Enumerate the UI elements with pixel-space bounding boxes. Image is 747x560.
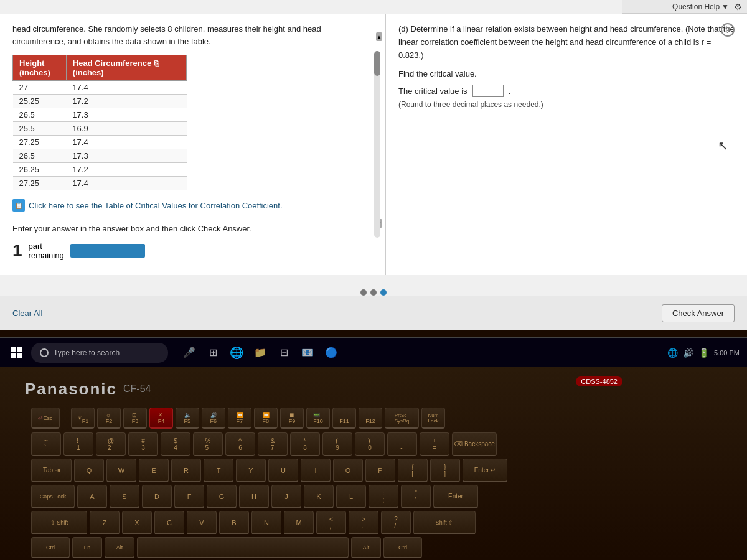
key-z[interactable]: Z [90, 511, 120, 534]
scroll-up-arrow[interactable]: ▲ [376, 32, 382, 41]
key-1[interactable]: !1 [63, 432, 93, 456]
key-g[interactable]: G [207, 485, 237, 508]
key-i[interactable]: I [301, 459, 331, 482]
key-w[interactable]: W [106, 459, 136, 482]
table-row: 25.2517.2 [13, 95, 187, 108]
key-enter-2[interactable]: Enter [433, 485, 478, 508]
key-backspace[interactable]: ⌫ Backspace [452, 432, 497, 456]
windows-logo [11, 347, 22, 358]
chrome-icon[interactable]: 🔵 [321, 343, 341, 363]
key-9[interactable]: (9 [322, 432, 352, 456]
key-alt-left[interactable]: Alt [105, 537, 134, 558]
key-q[interactable]: Q [74, 459, 104, 482]
key-alt-right[interactable]: Alt [351, 537, 381, 558]
head-cell: 17.4 [66, 177, 186, 190]
key-ctrl-left[interactable]: Ctrl [31, 537, 70, 558]
table-icon: 📋 [12, 199, 25, 212]
copy-icon[interactable]: ⎘ [154, 59, 159, 68]
key-f3[interactable]: ⊡F3 [123, 408, 147, 429]
key-f8[interactable]: ⏩F8 [254, 408, 278, 429]
key-space[interactable] [137, 537, 349, 558]
key-a[interactable]: A [77, 485, 107, 508]
key-o[interactable]: O [333, 459, 363, 482]
key-shift-left[interactable]: ⇧ Shift [31, 511, 87, 534]
gear-icon[interactable]: ⚙ [734, 2, 742, 12]
key-d[interactable]: D [142, 485, 172, 508]
key-f5[interactable]: 🔈F5 [176, 408, 199, 429]
key-tilde[interactable]: ~` [31, 432, 61, 456]
key-u[interactable]: U [268, 459, 298, 482]
key-f9[interactable]: ⏹F9 [280, 408, 304, 429]
key-f6[interactable]: 🔊F6 [202, 408, 225, 429]
key-r[interactable]: R [171, 459, 201, 482]
key-tab[interactable]: Tab ⇥ [31, 459, 72, 482]
key-b[interactable]: B [219, 511, 249, 534]
key-equals[interactable]: += [420, 432, 449, 456]
key-shift-right[interactable]: Shift ⇧ [413, 511, 476, 534]
key-f11[interactable]: F11 [332, 408, 356, 429]
key-quote[interactable]: "' [401, 485, 431, 508]
key-period[interactable]: >. [349, 511, 378, 534]
key-s[interactable]: S [110, 485, 139, 508]
key-c[interactable]: C [154, 511, 184, 534]
key-5[interactable]: %5 [193, 432, 223, 456]
key-h[interactable]: H [239, 485, 269, 508]
critical-value-input[interactable] [472, 85, 504, 97]
key-minus[interactable]: _- [387, 432, 417, 456]
dots-row [360, 289, 387, 296]
key-8[interactable]: *8 [290, 432, 320, 456]
key-semicolon[interactable]: :; [369, 485, 398, 508]
col-head-circ-header: Head Circumference ⎘ (inches) [66, 55, 186, 81]
key-f12[interactable]: F12 [359, 408, 382, 429]
key-f2[interactable]: ☼F2 [97, 408, 121, 429]
key-0[interactable]: )0 [355, 432, 385, 456]
key-t[interactable]: T [204, 459, 233, 482]
clear-all-button[interactable]: Clear All [12, 309, 42, 318]
key-m[interactable]: M [284, 511, 314, 534]
key-f4[interactable]: ✕F4 [149, 408, 173, 429]
file-explorer-icon[interactable]: 📁 [250, 343, 270, 363]
key-prtsc[interactable]: PrtScSysRq [385, 408, 419, 429]
key-3[interactable]: #3 [128, 432, 158, 456]
key-esc[interactable]: ⏎Esc [31, 408, 60, 429]
key-bracket-l[interactable]: {[ [398, 459, 428, 482]
question-help-button[interactable]: Question Help ▼ [672, 2, 729, 11]
key-n[interactable]: N [251, 511, 281, 534]
key-l[interactable]: L [336, 485, 366, 508]
key-7[interactable]: &7 [258, 432, 288, 456]
table-row: 26.517.3 [13, 149, 187, 163]
mic-button[interactable]: 🎤 [179, 343, 199, 363]
key-bracket-r[interactable]: }] [430, 459, 460, 482]
key-e[interactable]: E [139, 459, 169, 482]
key-6[interactable]: ^6 [225, 432, 255, 456]
key-enter[interactable]: Enter ↵ [463, 459, 507, 482]
key-comma[interactable]: <, [316, 511, 346, 534]
key-slash[interactable]: ?/ [381, 511, 411, 534]
key-k[interactable]: K [304, 485, 334, 508]
multitask-button[interactable]: ⊞ [203, 343, 223, 363]
key-f[interactable]: F [174, 485, 204, 508]
help-icon[interactable]: ? [721, 23, 735, 37]
app-icon-1[interactable]: ⊟ [274, 343, 294, 363]
critical-values-link[interactable]: 📋 Click here to see the Table of Critica… [12, 199, 373, 212]
key-4[interactable]: $4 [161, 432, 190, 456]
key-j[interactable]: J [271, 485, 301, 508]
key-f7[interactable]: ⏪F7 [228, 408, 251, 429]
key-numlock[interactable]: NumLock [421, 408, 445, 429]
key-fn[interactable]: Fn [72, 537, 102, 558]
key-f10[interactable]: 📟F10 [306, 408, 330, 429]
key-capslock[interactable]: Caps Lock [31, 485, 75, 508]
key-v[interactable]: V [187, 511, 217, 534]
check-answer-button[interactable]: Check Answer [662, 304, 735, 322]
app-icon-2[interactable]: 📧 [298, 343, 317, 363]
key-f1[interactable]: ☀F1 [71, 408, 95, 429]
key-ctrl-right[interactable]: Ctrl [383, 537, 422, 558]
windows-start-button[interactable] [6, 343, 26, 363]
scrollbar[interactable] [374, 51, 380, 238]
key-y[interactable]: Y [236, 459, 266, 482]
key-x[interactable]: X [122, 511, 152, 534]
key-2[interactable]: @2 [96, 432, 126, 456]
edge-browser-icon[interactable]: 🌐 [227, 343, 247, 363]
taskbar-search[interactable]: Type here to search [31, 343, 168, 363]
key-p[interactable]: P [365, 459, 395, 482]
